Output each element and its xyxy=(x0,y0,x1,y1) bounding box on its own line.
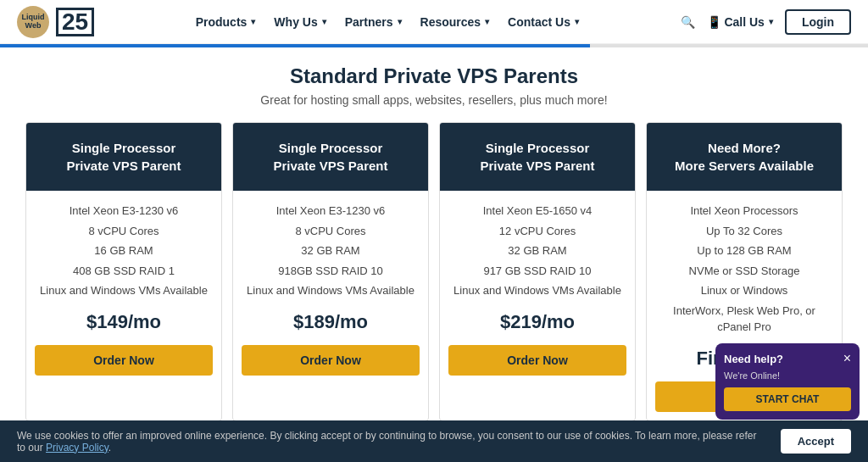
spec-item: 32 GB RAM xyxy=(242,242,420,259)
card-header-4: Need More?More Servers Available xyxy=(647,123,842,191)
nav-products[interactable]: Products ▾ xyxy=(196,15,256,29)
card-price-3: $219/mo xyxy=(448,311,626,333)
chevron-down-icon: ▾ xyxy=(485,17,489,26)
card-header-1: Single ProcessorPrivate VPS Parent xyxy=(26,123,221,191)
spec-item: Intel Xeon E3-1230 v6 xyxy=(242,203,420,220)
card-header-3: Single ProcessorPrivate VPS Parent xyxy=(440,123,635,191)
nav-right: 🔍 📱 Call Us ▾ Login xyxy=(681,9,851,35)
start-chat-button[interactable]: START CHAT xyxy=(724,387,851,411)
cookie-text: We use cookies to offer an improved onli… xyxy=(17,430,781,454)
standard-section-subtitle: Great for hosting small apps, websites, … xyxy=(25,93,843,107)
card-header-2: Single ProcessorPrivate VPS Parent xyxy=(233,123,428,191)
spec-item: 16 GB RAM xyxy=(35,242,213,259)
order-button-3[interactable]: Order Now xyxy=(448,345,626,376)
standard-card-1: Single ProcessorPrivate VPS Parent Intel… xyxy=(25,122,222,421)
nav-resources[interactable]: Resources ▾ xyxy=(420,15,490,29)
chat-subtitle: We're Online! xyxy=(724,370,851,381)
chat-title: Need help? xyxy=(724,353,783,365)
spec-item: Intel Xeon Processors xyxy=(655,203,833,220)
spec-item: 8 vCPU Cores xyxy=(242,223,420,240)
nav-call[interactable]: 📱 Call Us ▾ xyxy=(707,15,773,29)
order-button-2[interactable]: Order Now xyxy=(242,345,420,376)
card-price-1: $149/mo xyxy=(35,311,213,333)
spec-item: 408 GB SSD RAID 1 xyxy=(35,263,213,280)
nav-links: Products ▾ Why Us ▾ Partners ▾ Resources… xyxy=(196,15,579,29)
accept-cookies-button[interactable]: Accept xyxy=(781,429,851,454)
chevron-down-icon: ▾ xyxy=(251,17,255,26)
chat-widget: Need help? × We're Online! START CHAT xyxy=(715,343,860,420)
spec-item: Linux and Windows VMs Available xyxy=(448,282,626,299)
nav-why-us[interactable]: Why Us ▾ xyxy=(274,15,326,29)
card-body-3: Intel Xeon E5-1650 v4 12 vCPU Cores 32 G… xyxy=(440,191,635,384)
spec-item: 918GB SSD RAID 10 xyxy=(242,263,420,280)
nav-partners[interactable]: Partners ▾ xyxy=(345,15,402,29)
spec-item: 917 GB SSD RAID 10 xyxy=(448,263,626,280)
nav-contact[interactable]: Contact Us ▾ xyxy=(508,15,579,29)
cookie-message: We use cookies to offer an improved onli… xyxy=(17,430,756,454)
card-specs-4: Intel Xeon Processors Up To 32 Cores Up … xyxy=(655,203,833,336)
chevron-down-icon: ▾ xyxy=(398,17,402,26)
card-specs-1: Intel Xeon E3-1230 v6 8 vCPU Cores 16 GB… xyxy=(35,203,213,299)
spec-item: Linux and Windows VMs Available xyxy=(242,282,420,299)
card-price-2: $189/mo xyxy=(242,311,420,333)
chat-close-button[interactable]: × xyxy=(843,352,851,365)
card-specs-3: Intel Xeon E5-1650 v4 12 vCPU Cores 32 G… xyxy=(448,203,626,299)
spec-item: Up To 32 Cores xyxy=(655,223,833,240)
spec-item: InterWorx, Plesk Web Pro, or cPanel Pro xyxy=(655,303,833,336)
standard-section-title: Standard Private VPS Parents xyxy=(25,64,843,88)
privacy-policy-link[interactable]: Privacy Policy xyxy=(46,442,108,454)
chevron-down-icon: ▾ xyxy=(322,17,326,26)
navbar: LiquidWeb 25 Products ▾ Why Us ▾ Partner… xyxy=(0,0,868,44)
card-body-1: Intel Xeon E3-1230 v6 8 vCPU Cores 16 GB… xyxy=(26,191,221,384)
spec-item: Intel Xeon E5-1650 v4 xyxy=(448,203,626,220)
search-icon[interactable]: 🔍 xyxy=(681,15,695,29)
spec-item: Linux or Windows xyxy=(655,282,833,299)
standard-card-3: Single ProcessorPrivate VPS Parent Intel… xyxy=(439,122,636,421)
spec-item: 12 vCPU Cores xyxy=(448,223,626,240)
anniversary-badge: 25 xyxy=(56,8,94,36)
chevron-down-icon: ▾ xyxy=(575,17,579,26)
chat-widget-header: Need help? × xyxy=(724,352,851,365)
card-specs-2: Intel Xeon E3-1230 v6 8 vCPU Cores 32 GB… xyxy=(242,203,420,299)
logo: LiquidWeb 25 xyxy=(17,6,94,38)
spec-item: 32 GB RAM xyxy=(448,242,626,259)
spec-item: Intel Xeon E3-1230 v6 xyxy=(35,203,213,220)
spec-item: NVMe or SSD Storage xyxy=(655,263,833,280)
cookie-banner: We use cookies to offer an improved onli… xyxy=(0,420,868,462)
spec-item: Up to 128 GB RAM xyxy=(655,242,833,259)
order-button-1[interactable]: Order Now xyxy=(35,345,213,376)
login-button[interactable]: Login xyxy=(785,9,851,35)
spec-item: Linux and Windows VMs Available xyxy=(35,282,213,299)
chevron-down-icon: ▾ xyxy=(769,17,773,26)
standard-card-2: Single ProcessorPrivate VPS Parent Intel… xyxy=(232,122,429,421)
logo-icon: LiquidWeb xyxy=(17,6,49,38)
card-body-2: Intel Xeon E3-1230 v6 8 vCPU Cores 32 GB… xyxy=(233,191,428,384)
spec-item: 8 vCPU Cores xyxy=(35,223,213,240)
